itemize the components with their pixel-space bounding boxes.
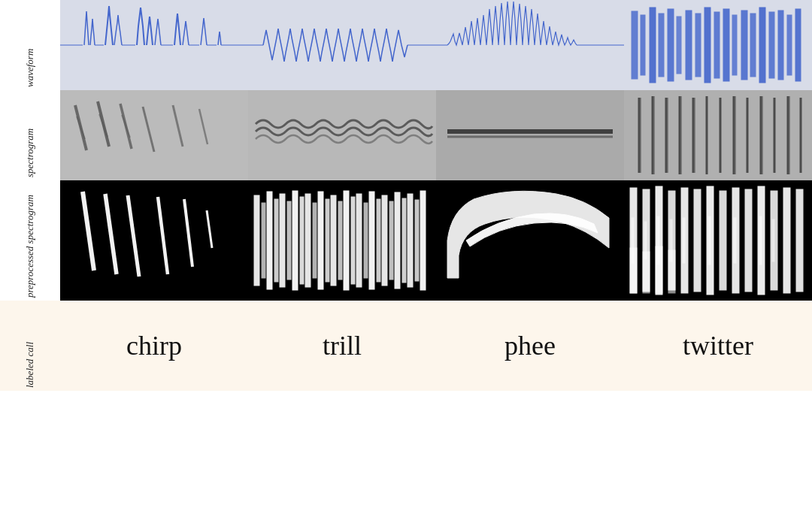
svg-rect-102 [402, 198, 406, 283]
preprocessed-trill [248, 180, 436, 301]
svg-rect-89 [318, 192, 323, 289]
svg-rect-79 [254, 195, 259, 286]
phee-label: phee [504, 330, 556, 361]
svg-rect-90 [326, 199, 329, 282]
svg-rect-32 [787, 15, 792, 75]
preprocessed-row-label: preprocessed spectrogram [0, 180, 60, 301]
svg-rect-83 [280, 194, 285, 287]
svg-rect-121 [720, 191, 726, 290]
svg-rect-33 [795, 9, 801, 81]
preprocessed-phee [436, 180, 624, 301]
svg-rect-93 [344, 191, 349, 290]
svg-rect-133 [656, 246, 662, 293]
svg-rect-24 [714, 12, 720, 78]
labeled-call-row-label: labeled call [0, 301, 60, 391]
spectrogram-phee [436, 90, 624, 180]
spectrogram-chirp [60, 90, 248, 180]
svg-rect-25 [723, 9, 729, 81]
svg-rect-85 [292, 191, 298, 290]
spectrogram-row-label: spectrogram [0, 90, 60, 180]
svg-rect-80 [262, 203, 265, 278]
svg-rect-22 [695, 14, 701, 77]
twitter-label: twitter [683, 330, 753, 361]
svg-rect-103 [408, 194, 413, 287]
trill-label: trill [323, 330, 362, 361]
svg-rect-134 [668, 250, 675, 293]
svg-rect-88 [313, 203, 317, 278]
svg-rect-97 [369, 192, 374, 289]
svg-rect-94 [351, 197, 355, 284]
svg-rect-96 [364, 203, 368, 278]
waveform-trill [248, 0, 436, 90]
svg-rect-30 [769, 12, 774, 78]
waveform-row-label: waveform [0, 0, 60, 90]
chirp-label: chirp [126, 330, 182, 361]
waveform-phee [436, 0, 624, 90]
svg-rect-16 [641, 15, 645, 75]
label-trill: trill [248, 301, 436, 391]
svg-rect-95 [356, 194, 362, 287]
svg-rect-35 [60, 90, 248, 180]
svg-rect-124 [745, 189, 752, 292]
svg-rect-84 [287, 201, 291, 280]
svg-rect-131 [630, 248, 637, 293]
svg-rect-105 [420, 191, 426, 290]
svg-rect-92 [338, 201, 342, 280]
svg-rect-28 [750, 14, 756, 77]
svg-rect-82 [274, 199, 278, 282]
svg-rect-126 [759, 216, 762, 265]
spectrogram-trill [248, 90, 436, 180]
svg-rect-86 [300, 197, 304, 284]
svg-rect-99 [382, 195, 387, 286]
svg-rect-129 [783, 188, 790, 293]
svg-rect-23 [704, 8, 710, 83]
svg-rect-91 [331, 195, 336, 286]
svg-rect-130 [796, 189, 803, 292]
svg-rect-120 [708, 216, 710, 265]
svg-rect-100 [389, 201, 393, 280]
waveform-chirp [60, 0, 248, 90]
waveform-twitter [624, 0, 812, 90]
svg-rect-15 [632, 11, 638, 79]
svg-rect-19 [668, 9, 674, 81]
svg-rect-87 [305, 194, 311, 287]
svg-rect-128 [772, 219, 774, 262]
svg-rect-104 [415, 200, 419, 281]
svg-rect-117 [683, 218, 685, 263]
svg-rect-29 [759, 8, 765, 83]
svg-rect-18 [659, 14, 664, 77]
svg-rect-21 [686, 11, 692, 80]
svg-rect-17 [650, 8, 656, 83]
svg-rect-101 [395, 192, 400, 289]
svg-rect-118 [694, 189, 701, 292]
svg-rect-81 [267, 192, 272, 289]
label-twitter: twitter [624, 301, 812, 391]
svg-rect-20 [677, 17, 681, 74]
preprocessed-twitter [624, 180, 812, 301]
svg-rect-26 [732, 15, 737, 75]
label-chirp: chirp [60, 301, 248, 391]
svg-rect-31 [778, 11, 783, 80]
preprocessed-chirp [60, 180, 248, 301]
label-phee: phee [436, 301, 624, 391]
svg-rect-132 [643, 252, 650, 293]
spectrogram-twitter [624, 90, 812, 180]
svg-rect-98 [377, 199, 380, 282]
svg-rect-46 [436, 90, 624, 180]
svg-rect-27 [741, 11, 747, 80]
svg-rect-123 [734, 218, 736, 263]
